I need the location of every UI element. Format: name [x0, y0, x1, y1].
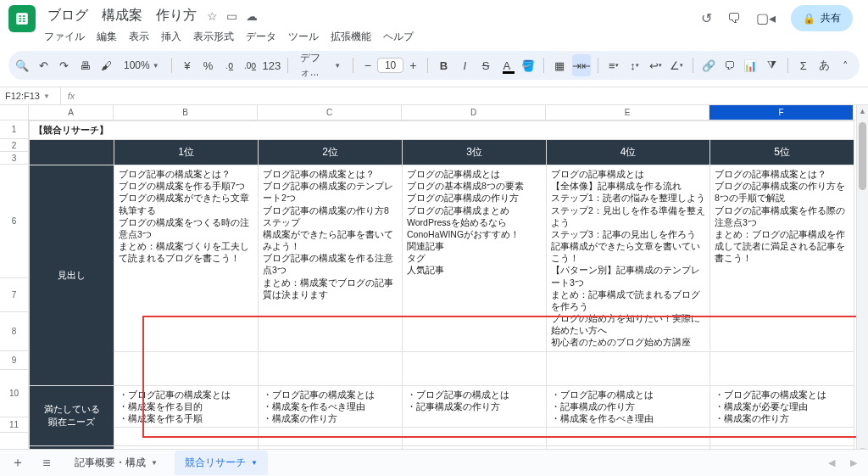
vertical-align-icon[interactable]: ↕▾	[626, 54, 643, 76]
rank-header-blank[interactable]	[30, 140, 114, 165]
text-rotation-icon[interactable]: ∠▾	[668, 54, 686, 76]
rank-header-1[interactable]: 1位	[114, 140, 259, 165]
percent-icon[interactable]: %	[199, 54, 217, 76]
heading-3[interactable]: ブログの記事構成とは ブログの基本構成8つの要素 ブログの記事構成の作り方 ブロ…	[403, 165, 547, 352]
menu-insert[interactable]: 挿入	[161, 30, 181, 44]
explicit-5[interactable]: ・ブログ記事の構成案とは ・構成案が必要な理由 ・構成案の作り方	[710, 385, 854, 428]
row-header-8[interactable]: 8	[0, 312, 28, 351]
spreadsheet-grid[interactable]: 【競合リサーチ】 1位 2位 3位 4位 5位 見出し ブログ記事の構成案とは？…	[29, 120, 854, 460]
text-wrap-icon[interactable]: ↩▾	[647, 54, 665, 76]
tab-scroll-right-icon[interactable]: ▶	[846, 457, 861, 468]
title-cell[interactable]: 【競合リサーチ】	[30, 121, 854, 140]
share-label: 共有	[821, 11, 841, 25]
rank-header-5[interactable]: 5位	[710, 140, 854, 165]
row-header-11[interactable]: 11	[0, 417, 28, 433]
strikethrough-icon[interactable]: S	[477, 54, 495, 76]
history-icon[interactable]: ↺	[701, 10, 712, 26]
increase-decimal[interactable]: .00̲	[242, 54, 259, 76]
bold-icon[interactable]: B	[435, 54, 453, 76]
cloud-icon[interactable]: ☁	[246, 9, 258, 23]
filter-icon[interactable]: ⧩	[763, 54, 781, 76]
insert-comment-icon[interactable]: 🗩	[721, 54, 738, 76]
menu-format[interactable]: 表示形式	[193, 30, 234, 44]
vertical-scrollbar[interactable]: ▲ ▼	[856, 105, 868, 460]
select-all-corner[interactable]	[0, 105, 29, 120]
sheet-tab-2[interactable]: 競合リサーチ▼	[175, 451, 268, 475]
format-123[interactable]: 123	[263, 54, 281, 76]
column-header-F[interactable]: F	[709, 105, 854, 120]
explicit-2[interactable]: ・ブログ記事の構成案とは ・構成案を作るべき理由 ・構成案の作り方	[259, 385, 403, 428]
row-header-6[interactable]: 6	[0, 165, 28, 278]
row-header-3[interactable]: 3	[0, 152, 28, 165]
explicit-4[interactable]: ・ブログ記事の構成とは ・記事構成の作り方 ・構成案を作るべき理由	[547, 385, 710, 428]
row-headers: 1 2 3 6 7 8 9 10 11	[0, 120, 29, 460]
menu-data[interactable]: データ	[246, 30, 276, 44]
horizontal-align-icon[interactable]: ≡▾	[604, 54, 622, 76]
meet-icon[interactable]: ▢◂	[756, 10, 776, 26]
undo-icon[interactable]: ↶	[35, 54, 53, 76]
menu-extensions[interactable]: 拡張機能	[331, 30, 371, 44]
heading-2[interactable]: ブログ記事の構成案とは？ ブログ記事の構成案のテンプレート2つ ブログ記事の構成…	[259, 165, 403, 352]
rowlabel-explicit[interactable]: 満たしている 顕在ニーズ	[30, 385, 114, 446]
functions-icon[interactable]: Σ	[794, 54, 812, 76]
menu-view[interactable]: 表示	[129, 30, 149, 44]
menu-help[interactable]: ヘルプ	[383, 30, 414, 44]
menu-edit[interactable]: 編集	[97, 30, 117, 44]
row-header-9[interactable]: 9	[0, 351, 28, 370]
doc-title[interactable]: ブログ 構成案 作り方	[44, 5, 200, 26]
insert-chart-icon[interactable]: 📊	[742, 54, 760, 76]
currency-icon[interactable]: ¥	[178, 54, 196, 76]
column-header-E[interactable]: E	[546, 105, 709, 120]
rowlabel-heading[interactable]: 見出し	[30, 165, 114, 386]
rank-header-4[interactable]: 4位	[547, 140, 710, 165]
collapse-toolbar-icon[interactable]: ˄	[837, 54, 854, 76]
zoom-select[interactable]: 100%▼	[119, 54, 164, 76]
heading-1[interactable]: ブログ記事の構成案とは？ ブログの構成案を作る手順7つ ブログの構成案ができたら…	[114, 165, 259, 352]
row-header-2[interactable]: 2	[0, 139, 28, 152]
column-header-C[interactable]: C	[258, 105, 402, 120]
menu-file[interactable]: ファイル	[44, 30, 85, 44]
column-header-D[interactable]: D	[402, 105, 546, 120]
row-header-10[interactable]: 10	[0, 370, 28, 417]
heading-5[interactable]: ブログの記事構成案とは？ ブログの記事構成案の作り方を8つの手順で解説 ブログの…	[710, 165, 854, 352]
menu-tools[interactable]: ツール	[288, 30, 319, 44]
sheet-tab-1[interactable]: 記事概要・構成▼	[64, 451, 168, 475]
increase-font-size[interactable]: +	[405, 59, 420, 72]
all-sheets-button[interactable]: ≡	[36, 452, 58, 474]
redo-icon[interactable]: ↷	[56, 54, 74, 76]
comment-icon[interactable]: 🗨	[727, 11, 741, 26]
merge-cells-icon[interactable]: ⇥⇤	[572, 54, 591, 76]
heading-4[interactable]: ブログの記事構成とは 【全体像】記事構成を作る流れ ステップ1：読者の悩みを整理…	[547, 165, 710, 352]
explicit-1[interactable]: ・ブログ記事の構成案とは ・構成案を作る目的 ・構成案を作る手順	[114, 385, 259, 428]
ime-icon[interactable]: あ	[815, 54, 833, 76]
tab-scroll-left-icon[interactable]: ◀	[824, 457, 839, 468]
share-button[interactable]: 共有	[791, 5, 853, 31]
add-sheet-button[interactable]: ＋	[7, 452, 29, 474]
vscroll-thumb[interactable]	[859, 122, 866, 190]
column-header-B[interactable]: B	[114, 105, 258, 120]
font-size-value[interactable]: 10	[377, 58, 403, 73]
rank-header-3[interactable]: 3位	[403, 140, 547, 165]
row-header-1[interactable]: 1	[0, 120, 28, 139]
name-box[interactable]: F12:F13▼	[0, 87, 61, 104]
scroll-up-icon[interactable]: ▲	[857, 107, 868, 119]
rank-header-2[interactable]: 2位	[259, 140, 403, 165]
font-select[interactable]: デフォ...▼	[295, 54, 346, 76]
search-icon[interactable]: 🔍	[14, 54, 31, 76]
text-color-icon[interactable]: A	[498, 54, 515, 76]
move-icon[interactable]: ▭	[226, 9, 237, 23]
borders-icon[interactable]: ▦	[551, 54, 569, 76]
fill-color-icon[interactable]: 🪣	[519, 54, 537, 76]
decrease-decimal[interactable]: .0̲	[220, 54, 238, 76]
column-header-A[interactable]: A	[29, 105, 114, 120]
italic-icon[interactable]: I	[456, 54, 474, 76]
explicit-3[interactable]: ・ブログ記事の構成とは ・記事構成案の作り方	[403, 385, 547, 428]
decrease-font-size[interactable]: −	[360, 59, 376, 72]
row-header-7[interactable]: 7	[0, 278, 28, 312]
column-headers: A B C D E F	[0, 105, 868, 120]
menu-bar: ファイル 編集 表示 挿入 表示形式 データ ツール 拡張機能 ヘルプ	[44, 30, 701, 44]
link-icon[interactable]: 🔗	[699, 54, 717, 76]
print-icon[interactable]: 🖶	[76, 54, 94, 76]
paint-format-icon[interactable]: 🖌	[97, 54, 115, 76]
star-icon[interactable]: ☆	[207, 9, 218, 23]
